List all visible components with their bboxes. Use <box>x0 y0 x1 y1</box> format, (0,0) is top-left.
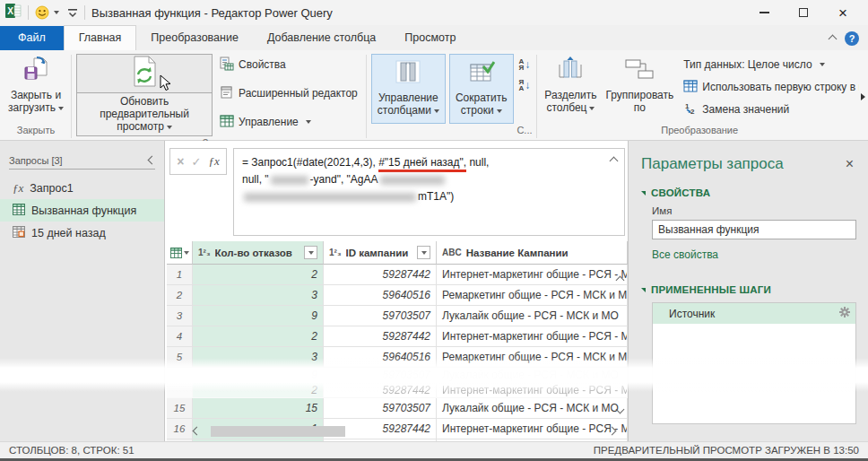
tab-view[interactable]: Просмотр <box>390 26 470 50</box>
fx-icon: ƒx <box>13 181 23 196</box>
customize-quick-access-toolbar-button[interactable] <box>67 7 78 18</box>
ribbon-overflow-icon[interactable] <box>861 93 865 100</box>
query-name-input[interactable] <box>652 220 856 239</box>
close-button[interactable]: × <box>823 0 863 25</box>
table-icon <box>170 248 182 258</box>
cell-bounces[interactable]: 3 <box>193 285 324 306</box>
row-number <box>167 383 193 398</box>
manage-button[interactable]: Управление <box>220 114 358 130</box>
group-by-button[interactable]: Группировать по <box>601 53 678 125</box>
column-header-campaign-name[interactable]: ABC Название Кампании <box>437 241 628 265</box>
cell-campaign-id[interactable]: 59640516 <box>324 285 437 306</box>
column-header-campaign-id[interactable]: 1²₃ ID кампании <box>324 241 437 265</box>
formula-cancel-icon[interactable]: × <box>177 154 184 169</box>
table-row: 4 2 59287442 Интернет-маркетинг общие - … <box>167 326 628 347</box>
tab-file[interactable]: Файл <box>0 26 64 50</box>
query-item-label: Вызванная функция <box>31 204 136 217</box>
formula-text-underlined: #"15 дней назад", <box>378 156 466 172</box>
query-item-15-days[interactable]: 15 дней назад <box>0 222 164 244</box>
scroll-right-icon[interactable] <box>608 427 617 436</box>
content-area: Запросы [3] ƒx Запрос1 Вызванная функция… <box>0 141 868 441</box>
cell-campaign-name[interactable]: Ремаркетинг общие - РСЯ - МСК и МО <box>437 285 628 306</box>
data-type-label: Тип данных: Целое число <box>683 58 812 71</box>
cell-campaign-id[interactable]: 59287442 <box>324 326 437 347</box>
filter-button[interactable] <box>417 246 430 259</box>
reduce-rows-button[interactable]: Сократить строки <box>449 54 514 124</box>
cell-bounces[interactable]: 9 <box>193 306 324 326</box>
close-panel-icon[interactable]: × <box>846 156 854 172</box>
step-item-source[interactable]: Источник <box>653 303 855 324</box>
refresh-preview-icon <box>129 55 160 92</box>
cell-campaign-name: Лукалайк общие - РСЯ - МСК и МО <box>437 368 628 383</box>
minimize-button[interactable] <box>744 0 784 25</box>
main-area: × ✓ ƒx = Запрос1(#date(2021,4,3), #"15 д… <box>165 141 628 441</box>
manage-columns-button[interactable]: Управление столбцами <box>371 54 446 124</box>
formula-collapse-icon[interactable] <box>610 157 619 166</box>
table-header-row: 1²₃ Кол-во отказов 1²₃ ID кампании ABC Н… <box>167 241 628 265</box>
cell-campaign-id[interactable]: 59287442 <box>324 265 437 285</box>
split-column-button[interactable]: Разделить столбец <box>540 53 601 125</box>
gear-icon[interactable] <box>839 307 850 320</box>
sort-ascending-icon[interactable]: АЯ ↓ <box>519 58 531 71</box>
replace-values-button[interactable]: 12 Замена значений <box>683 101 855 117</box>
query-item-function[interactable]: ƒx Запрос1 <box>0 177 164 199</box>
tab-add-column[interactable]: Добавление столбца <box>253 26 390 50</box>
window-controls: × <box>744 0 863 25</box>
formula-bar[interactable]: = Запрос1(#date(2021,4,3), #"15 дней наз… <box>233 148 625 236</box>
scrollbar-thumb[interactable] <box>211 426 345 437</box>
query-item-label: 15 дней назад <box>31 227 106 239</box>
all-properties-link[interactable]: Все свойства <box>652 248 718 261</box>
scroll-left-icon[interactable] <box>193 427 202 436</box>
chevron-down-icon <box>58 107 64 110</box>
formula-fx-icon[interactable]: ƒx <box>208 154 219 169</box>
cell-bounces[interactable]: 2 <box>193 326 324 347</box>
formula-confirm-icon[interactable]: ✓ <box>192 155 202 169</box>
reduce-rows-label2: строки <box>461 104 502 117</box>
row-number: 4 <box>167 326 193 347</box>
use-first-row-button[interactable]: Использовать первую строку в качестве з <box>683 79 855 95</box>
close-and-load-button[interactable]: Закрыть и загрузить <box>4 53 68 125</box>
table-corner-cell[interactable] <box>167 241 193 265</box>
close-icon: × <box>838 5 847 21</box>
query-settings-panel: Параметры запроса × СВОЙСТВА Имя Все сво… <box>628 141 868 441</box>
collapse-ribbon-icon[interactable] <box>829 34 838 43</box>
properties-button[interactable]: Свойства <box>220 57 358 73</box>
collapse-panel-icon[interactable] <box>148 156 157 165</box>
applied-steps-section-header[interactable]: ПРИМЕНЕННЫЕ ШАГИ <box>641 284 854 295</box>
filter-button[interactable] <box>304 246 317 259</box>
cell-campaign-name[interactable]: Лукалайк общие - РСЯ - МСК и МО <box>437 306 628 326</box>
sort-descending-icon[interactable]: ЯА ↓ <box>519 79 531 91</box>
cell-campaign-id[interactable]: 59703507 <box>324 398 437 419</box>
column-header-bounces[interactable]: 1²₃ Кол-во отказов <box>193 241 324 265</box>
help-icon[interactable]: ? <box>845 31 859 46</box>
maximize-button[interactable] <box>784 0 823 25</box>
cell-campaign-id[interactable]: 59640516 <box>324 347 437 368</box>
group-label-empty <box>369 125 516 140</box>
cell-campaign-id[interactable]: 59703507 <box>324 306 437 326</box>
table-row: 1 2 59287442 Интернет-маркетинг общие - … <box>167 265 628 285</box>
cell-bounces[interactable]: 15 <box>193 398 324 419</box>
chevron-down-icon <box>820 63 825 66</box>
data-type-button[interactable]: Тип данных: Целое число <box>683 57 855 73</box>
properties-section-header[interactable]: СВОЙСТВА <box>641 187 854 198</box>
tab-transform[interactable]: Преобразование <box>136 26 253 50</box>
table-row: 5 3 59640516 Ремаркетинг общие - РСЯ - М… <box>167 347 628 368</box>
group-label-sort: С... <box>516 125 534 140</box>
tab-home[interactable]: Главная <box>64 25 137 50</box>
number-type-icon: 1²₃ <box>329 248 342 257</box>
smiley-quick-access-button[interactable] <box>35 5 59 20</box>
refresh-preview-button[interactable]: Обновить предварительный просмотр <box>76 54 213 136</box>
minimize-icon <box>760 12 769 13</box>
table-row: 3 9 59703507 Лукалайк общие - РСЯ - МСК … <box>167 306 628 326</box>
reduce-rows-icon <box>468 59 495 87</box>
query-item-invoked-function[interactable]: Вызванная функция <box>0 199 164 222</box>
query-item-label: Запрос1 <box>30 182 73 195</box>
cell-bounces[interactable]: 2 <box>193 265 324 285</box>
cell-campaign-name[interactable]: Интернет-маркетинг общие - РСЯ - МО <box>437 326 628 347</box>
cell-campaign-name[interactable]: Лукалайк общие - РСЯ - МСК и МО <box>437 398 628 419</box>
column-label: ID кампании <box>346 248 413 258</box>
advanced-editor-button[interactable]: Расширенный редактор <box>220 85 358 101</box>
cell-campaign-name[interactable]: Ремаркетинг общие - РСЯ - МСК и МО <box>437 347 628 368</box>
cell-bounces[interactable]: 3 <box>193 347 324 368</box>
cell-campaign-name[interactable]: Интернет-маркетинг общие - РСЯ - МО <box>437 265 628 285</box>
